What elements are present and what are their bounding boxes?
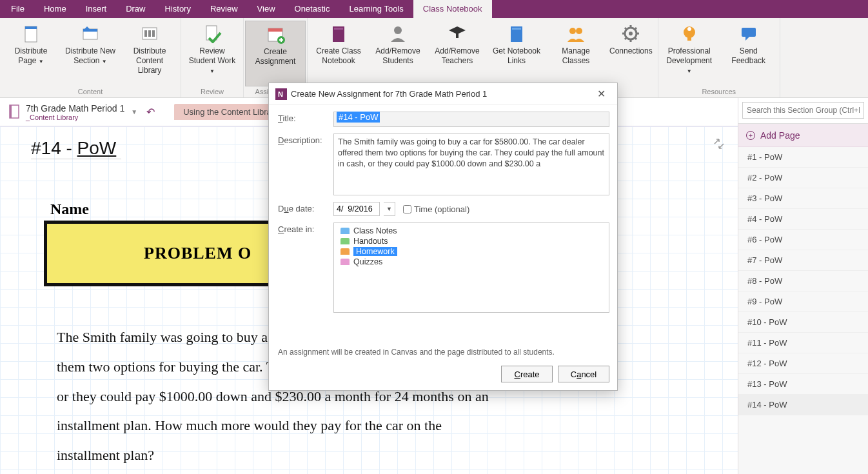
create-class-button[interactable]: Create Class Notebook	[309, 21, 368, 86]
page-list-item[interactable]: #3 - PoW	[738, 188, 868, 209]
page-list-item[interactable]: #12 - PoW	[738, 353, 868, 374]
svg-rect-25	[687, 37, 691, 41]
notebook-icon	[8, 104, 22, 121]
page-list-item[interactable]: #14 - PoW	[738, 395, 868, 415]
create-assignment-button[interactable]: Create Assignment	[245, 21, 306, 86]
ribbon-group-review: Review Student Work ▼Review	[181, 18, 244, 97]
people-icon	[566, 23, 586, 44]
title-label: Title:	[278, 112, 328, 123]
dialog-note: An assignment will be created in Canvas …	[278, 345, 609, 357]
svg-point-15	[394, 26, 402, 34]
page-list-item[interactable]: #7 - PoW	[738, 250, 868, 271]
svg-text:N: N	[278, 90, 283, 98]
folder-homework[interactable]: Homework	[339, 246, 604, 257]
page-title[interactable]: #14 - PoW	[31, 138, 121, 159]
search-row	[738, 98, 868, 124]
ribbon-group-resources: Professional Development ▼Send FeedbackR…	[658, 18, 780, 97]
connections-button[interactable]: Connections	[606, 21, 656, 86]
description-input[interactable]: The Smith family was going to buy a car …	[333, 133, 609, 195]
time-checkbox-label[interactable]: Time (optional)	[403, 204, 469, 214]
head-icon	[679, 23, 700, 44]
book-purple-icon	[328, 23, 349, 44]
svg-rect-4	[83, 29, 97, 32]
plus-icon: +	[746, 131, 755, 140]
svg-point-24	[687, 27, 691, 31]
svg-point-19	[569, 28, 576, 34]
add-page-button[interactable]: + Add Page	[738, 124, 868, 147]
page-list-item[interactable]: #8 - PoW	[738, 271, 868, 291]
page-list: #1 - PoW#2 - PoW#3 - PoW#4 - PoW#6 - PoW…	[738, 147, 868, 474]
time-checkbox[interactable]	[403, 205, 411, 213]
date-dropdown-button[interactable]: ▼	[384, 202, 395, 216]
page-list-item[interactable]: #9 - PoW	[738, 291, 868, 312]
review-work-button[interactable]: Review Student Work ▼	[182, 21, 242, 86]
distribute-page-button[interactable]: Distribute Page ▼	[1, 21, 61, 86]
page-list-item[interactable]: #4 - PoW	[738, 209, 868, 230]
folder-quizzes[interactable]: Quizzes	[339, 257, 604, 267]
due-date-input[interactable]	[333, 202, 380, 216]
chevron-down-icon: ▼	[131, 108, 137, 115]
page-list-item[interactable]: #6 - PoW	[738, 230, 868, 250]
menu-class-notebook[interactable]: Class Notebook	[413, 0, 492, 18]
menu-insert[interactable]: Insert	[76, 0, 117, 18]
ribbon-group-label: Review	[182, 86, 242, 97]
svg-rect-7	[148, 30, 151, 37]
calendar-plus-icon	[265, 24, 286, 44]
svg-rect-16	[456, 33, 459, 38]
svg-rect-18	[512, 28, 521, 30]
page-blue-icon	[21, 23, 41, 44]
page-list-item[interactable]: #10 - PoW	[738, 312, 868, 333]
section-tab-icon	[340, 238, 350, 244]
ribbon-group-label: Resources	[660, 86, 778, 97]
create-in-tree[interactable]: Class NotesHandoutsHomeworkQuizzes	[333, 222, 609, 313]
manage-classes-button[interactable]: Manage Classes	[546, 21, 606, 86]
notebook-picker[interactable]: 7th Grade Math Period 1 _Content Library…	[4, 102, 141, 123]
cancel-button[interactable]: Cancel	[558, 366, 609, 382]
distribute-section-button[interactable]: Distribute New Section ▼	[61, 21, 120, 86]
notebook-links-button[interactable]: Get Notebook Links	[487, 21, 546, 86]
svg-rect-26	[742, 28, 756, 37]
search-input[interactable]	[742, 102, 864, 119]
library-icon	[139, 23, 160, 44]
notebook-title: 7th Grade Math Period 1	[26, 103, 124, 114]
page-list-item[interactable]: #2 - PoW	[738, 168, 868, 188]
svg-rect-11	[268, 28, 282, 32]
menu-onetastic[interactable]: Onetastic	[285, 0, 340, 18]
onenote-icon: N	[275, 88, 287, 100]
dialog-titlebar: N Create New Assignment for 7th Grade Ma…	[269, 83, 617, 105]
section-tab-icon	[340, 259, 350, 265]
page-check-icon	[202, 23, 222, 44]
send-feedback-button[interactable]: Send Feedback	[719, 21, 778, 86]
menu-file[interactable]: File	[1, 0, 34, 18]
description-label: Description:	[278, 133, 328, 145]
page-list-item[interactable]: #11 - PoW	[738, 333, 868, 353]
gear-icon	[620, 23, 641, 44]
add-teachers-button[interactable]: Add/Remove Teachers	[428, 21, 487, 86]
add-students-button[interactable]: Add/Remove Students	[368, 21, 428, 86]
grad-icon	[447, 23, 468, 44]
svg-point-20	[576, 28, 582, 34]
ribbon-group-content: Distribute Page ▼Distribute New Section …	[0, 18, 181, 97]
menu-learning-tools[interactable]: Learning Tools	[339, 0, 413, 18]
folder-handouts[interactable]: Handouts	[339, 236, 604, 246]
menu-draw[interactable]: Draw	[116, 0, 155, 18]
page-list-item[interactable]: #1 - PoW	[738, 147, 868, 168]
svg-rect-2	[25, 26, 37, 29]
menu-bar: FileHomeInsertDrawHistoryReviewViewOneta…	[0, 0, 868, 18]
prof-dev-button[interactable]: Professional Development ▼	[660, 21, 719, 86]
section-tab-icon	[340, 228, 350, 234]
undo-icon[interactable]: ↶	[146, 106, 155, 118]
menu-review[interactable]: Review	[201, 0, 248, 18]
menu-view[interactable]: View	[248, 0, 285, 18]
person-icon	[388, 23, 408, 44]
create-button[interactable]: Create	[501, 366, 553, 382]
close-button[interactable]: ✕	[591, 84, 611, 104]
expand-icon[interactable]	[713, 138, 725, 150]
distribute-library-button[interactable]: Distribute Content Library	[120, 21, 179, 86]
folder-class-notes[interactable]: Class Notes	[339, 226, 604, 236]
menu-history[interactable]: History	[155, 0, 201, 18]
svg-rect-6	[144, 30, 147, 37]
menu-home[interactable]: Home	[34, 0, 76, 18]
title-input[interactable]: #14 - PoW	[333, 112, 609, 127]
page-list-item[interactable]: #13 - PoW	[738, 374, 868, 395]
